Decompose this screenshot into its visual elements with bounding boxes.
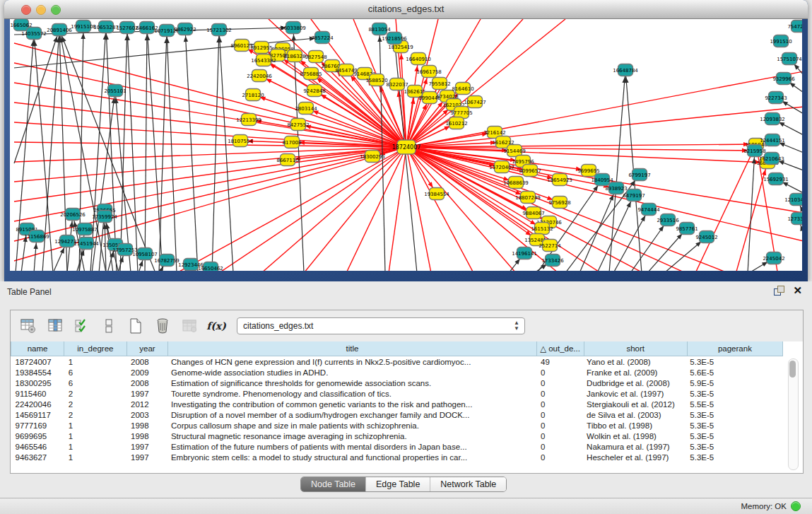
delete-table-icon[interactable] <box>153 317 172 335</box>
graph-node-label: 14196141 <box>512 251 537 257</box>
table-cell: 1 <box>64 431 126 441</box>
scrollbar-thumb[interactable] <box>789 361 796 378</box>
edge-red <box>406 147 728 271</box>
table-cell: Hescheler et al. (1997) <box>584 452 687 462</box>
table-cell: 5.5E-5 <box>687 399 782 409</box>
graph-node-label: 8912955 <box>250 45 272 51</box>
table-row[interactable]: 946554611997Estimation of the future num… <box>11 441 783 452</box>
table-cell: Stergiakouli et al. (2012) <box>584 399 687 409</box>
table-cell: Wolkin et al. (1998) <box>584 431 687 441</box>
table-row[interactable]: 2242004622012Investigating the contribut… <box>11 399 783 409</box>
arrowhead-icon <box>593 185 598 191</box>
graph-node-label: 15720407 <box>489 165 514 170</box>
graph-node-label: 2933516 <box>657 218 679 223</box>
table-cell: 0 <box>536 420 584 431</box>
tab-network-table[interactable]: Network Table <box>430 477 506 491</box>
window-titlebar[interactable]: citations_edges.txt <box>4 0 808 19</box>
tab-node-table[interactable]: Node Table <box>301 477 366 491</box>
memory-ok-icon[interactable] <box>791 501 801 511</box>
table-cell: Corpus callosum shape and size in male p… <box>168 420 536 431</box>
table-row[interactable]: 1456911722003Disruption of a novel membe… <box>11 409 783 420</box>
table-vertical-scrollbar[interactable] <box>788 358 799 470</box>
column-checklist-icon[interactable] <box>73 317 91 335</box>
graph-node-label: 9474444 <box>637 207 660 213</box>
function-builder-icon[interactable]: f(x) <box>207 317 225 335</box>
edge-black <box>609 70 625 271</box>
network-canvas[interactable]: 1872400789601238912955822605898275038186… <box>10 19 802 271</box>
edge-black <box>185 29 198 271</box>
table-cell: 9463627 <box>11 452 64 462</box>
graph-node-label: 7955812 <box>428 81 450 87</box>
graph-node-label: 8938923 <box>605 186 627 192</box>
table-cell: 5.3E-5 <box>687 388 782 399</box>
edge-red <box>696 144 756 271</box>
edge-red <box>14 147 406 162</box>
arrowhead-icon <box>800 226 802 232</box>
graph-node-label: 1495796 <box>512 159 534 165</box>
arrowhead-icon <box>62 36 66 42</box>
column-header[interactable]: in_degree <box>64 341 126 356</box>
table-row[interactable]: 1830029562008Estimation of significance … <box>11 378 783 388</box>
table-row[interactable]: 946362711997Embryonic stem cells: a mode… <box>11 452 783 462</box>
graph-node-label: 12444151 <box>760 138 785 144</box>
table-row[interactable]: 977716911998Corpus callosum shape and si… <box>11 420 783 431</box>
arrowhead-icon <box>423 78 428 85</box>
table-cell: de Silva et al. (2003) <box>584 409 687 420</box>
graph-node-label: 20206526 <box>60 212 86 218</box>
graph-node-label: 1527602 <box>116 25 138 31</box>
column-header[interactable]: △ out_de... <box>536 341 584 356</box>
tab-edge-table[interactable]: Edge Table <box>366 477 430 491</box>
arrowhead-icon <box>53 36 57 42</box>
table-cell: 5.6E-5 <box>687 367 782 378</box>
column-header[interactable]: title <box>168 341 536 356</box>
table-row[interactable]: 1938455462009Genome-wide association stu… <box>11 367 783 378</box>
graph-node-label: 16033809 <box>281 25 306 31</box>
table-cell: 9115460 <box>11 388 64 399</box>
arrowhead-icon <box>428 182 433 187</box>
edge-red <box>259 76 406 147</box>
column-header[interactable]: pagerank <box>687 341 782 356</box>
graph-node-label: 9242848 <box>303 88 325 94</box>
table-cell: 14569117 <box>11 409 64 420</box>
graph-node-label: 19915108 <box>71 24 96 30</box>
graph-node-label: 1273354 <box>787 216 802 222</box>
table-cell: Jankovic et al. (1997) <box>584 388 687 399</box>
table-cell: 6 <box>64 378 126 388</box>
table-row[interactable]: 969969511998Structural magnetic resonanc… <box>11 431 783 441</box>
graph-node-label: 10688639 <box>503 180 529 186</box>
graph-node-label: 8164610 <box>452 86 473 92</box>
table-cell: Investigating the contribution of common… <box>168 399 536 409</box>
table-cell: 19384554 <box>11 367 64 378</box>
table-cell: 1 <box>64 452 126 462</box>
table-row[interactable]: 1872400712008Changes of HCN gene express… <box>11 356 783 368</box>
table-row[interactable]: 911546021997Tourette syndrome. Phenomeno… <box>11 388 783 399</box>
table-cell: 49 <box>536 356 584 368</box>
float-panel-icon[interactable] <box>774 286 784 296</box>
table-header-row: namein_degreeyeartitle△ out_de...shortpa… <box>11 341 783 356</box>
row-pair-icon[interactable] <box>100 317 118 335</box>
column-header[interactable]: short <box>584 341 687 356</box>
edge-black <box>167 30 177 271</box>
column-header[interactable]: year <box>126 341 168 356</box>
table-select-dropdown[interactable]: citations_edges.txt ▲▼ <box>237 317 525 334</box>
close-panel-icon[interactable]: ✕ <box>793 286 802 296</box>
network-view-window: citations_edges.txt 18724007896012389129… <box>4 0 808 281</box>
select-column-icon[interactable] <box>46 317 64 335</box>
table-panel: Table Panel ✕ <box>0 281 812 498</box>
table-cell: Changes of HCN gene expression and I(f) … <box>168 356 536 368</box>
table-cell: 9699695 <box>11 431 64 441</box>
arrowhead-icon <box>184 36 188 42</box>
table-cell: 1998 <box>126 420 168 431</box>
new-table-icon[interactable] <box>126 317 145 335</box>
graph-node-label: 1991510 <box>770 39 792 45</box>
table-settings-icon[interactable] <box>19 317 37 335</box>
table-cell: 0 <box>536 367 584 378</box>
graph-node-label: 9884067 <box>522 211 544 216</box>
graph-node-label: 1840954 <box>591 177 613 183</box>
table-cell: 1 <box>64 420 126 431</box>
graph-node-label: 15692931 <box>763 177 789 182</box>
arrowhead-icon <box>640 216 645 222</box>
table-cell: 2 <box>64 409 126 420</box>
table-cell: 22420046 <box>11 399 64 409</box>
column-header[interactable]: name <box>11 341 64 356</box>
